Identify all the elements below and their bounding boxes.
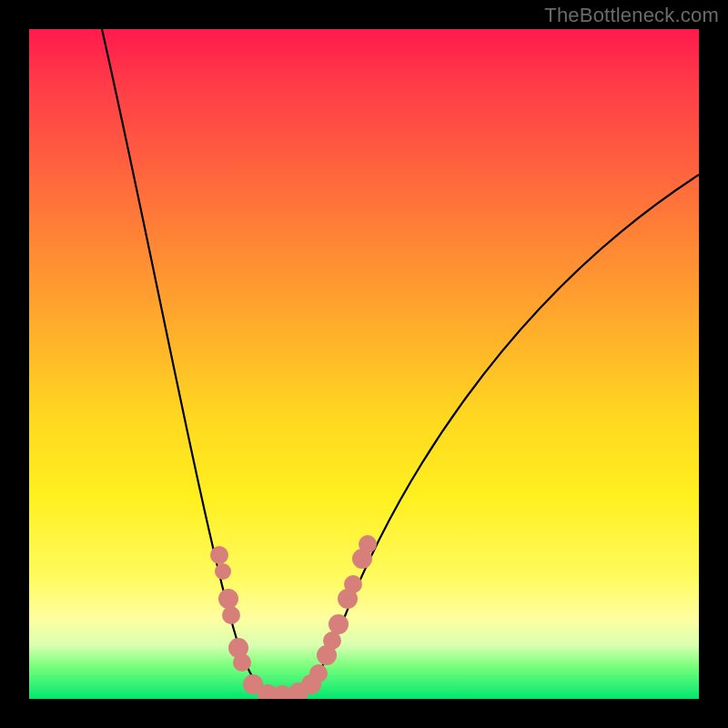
watermark-text: TheBottleneck.com xyxy=(544,4,719,27)
data-marker xyxy=(329,614,349,634)
data-marker xyxy=(344,575,362,593)
plot-area xyxy=(29,29,699,699)
data-marker xyxy=(359,535,377,553)
data-marker xyxy=(210,546,228,564)
data-marker xyxy=(309,664,328,682)
data-marker xyxy=(233,653,251,672)
data-marker xyxy=(218,589,238,609)
chart-frame: TheBottleneck.com xyxy=(0,0,728,728)
data-marker xyxy=(222,606,240,624)
curve-layer xyxy=(29,29,699,699)
left-curve xyxy=(102,29,282,695)
marker-group xyxy=(210,535,377,699)
data-marker xyxy=(215,563,231,580)
